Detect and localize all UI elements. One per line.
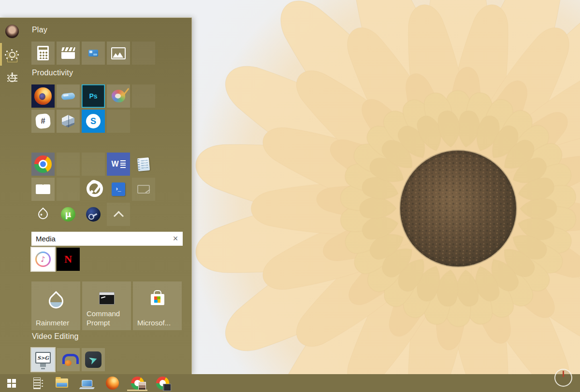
clock-widget[interactable]	[554, 369, 572, 387]
photoshop-icon	[89, 92, 97, 100]
rainmeter-tile[interactable]: Rainmeter	[31, 281, 80, 330]
command-prompt-tile[interactable]: Command Prompt	[82, 281, 131, 330]
steam-icon	[86, 207, 101, 222]
utorrent-icon	[61, 207, 75, 222]
chrome-media-button[interactable]	[151, 374, 174, 392]
mail-tile[interactable]	[31, 178, 55, 201]
capsule-icon	[61, 92, 75, 100]
collapse-tile	[107, 203, 130, 226]
powershell-tile[interactable]	[107, 178, 130, 201]
microsoft-store-tile[interactable]: Microsof...	[133, 281, 182, 330]
user-account-button[interactable]	[0, 21, 24, 42]
rainmeter-label: Rainmeter	[36, 319, 78, 327]
firefox-tile[interactable]	[31, 84, 55, 108]
clear-rename-button[interactable]: ×	[168, 232, 183, 246]
word-tile[interactable]	[107, 153, 130, 176]
chromefilm-icon	[156, 377, 169, 390]
bluecard-icon	[88, 50, 98, 56]
skype-tile[interactable]	[82, 110, 105, 133]
empty-slot-tile	[132, 84, 155, 108]
paint3d-icon	[112, 90, 125, 102]
start-menu: Play Productivity × RainmeterCommand Pro…	[0, 17, 192, 374]
photos-icon	[111, 47, 126, 59]
computer-button[interactable]	[75, 374, 99, 392]
group-productivity-grid	[31, 84, 155, 133]
folder-icon	[56, 378, 68, 388]
gear-icon	[9, 52, 15, 58]
group-rename-field: ×	[31, 232, 183, 246]
power-icon	[8, 74, 16, 82]
paint-3d-tile[interactable]	[107, 84, 130, 108]
clapper-icon	[61, 47, 75, 59]
unlock-app-tile[interactable]	[82, 178, 105, 201]
group-untitled-grid	[31, 153, 155, 226]
filmora-tile[interactable]	[82, 348, 105, 371]
video-tool-button[interactable]	[25, 374, 48, 392]
netflix-tile[interactable]	[57, 248, 80, 271]
chrome-profile-button[interactable]	[126, 374, 149, 392]
group-video-editing-grid	[31, 348, 155, 371]
empty-slot-tile	[132, 42, 155, 65]
pwsh-icon	[112, 182, 125, 196]
photos-tile[interactable]	[107, 42, 130, 65]
rainmeter-small-tile[interactable]	[31, 203, 55, 226]
power-button[interactable]	[0, 68, 24, 89]
group-header-play: Play	[32, 26, 47, 34]
file-explorer-button[interactable]	[50, 374, 73, 392]
ffx-icon	[106, 377, 119, 390]
openlock-icon	[87, 182, 100, 197]
empty-slot-tile	[82, 153, 105, 176]
avatar-icon	[5, 25, 19, 38]
calculator-icon	[37, 46, 49, 60]
steam-tile[interactable]	[82, 203, 105, 226]
group-media-grid	[31, 248, 155, 271]
photoshop-tile[interactable]	[82, 84, 105, 108]
drop-icon	[36, 208, 50, 221]
group-header-productivity: Productivity	[32, 69, 73, 77]
command-prompt-label: Command Prompt	[87, 309, 129, 327]
screentogif-tile[interactable]	[31, 348, 55, 371]
notepad-icon	[137, 157, 150, 171]
vbox-icon	[62, 115, 74, 127]
microsoft-store-label: Microsof...	[137, 319, 180, 327]
filmstrip-icon	[33, 378, 41, 389]
hash-icon	[35, 113, 51, 129]
group-rename-input[interactable]	[31, 235, 168, 243]
chrome-icon	[34, 155, 52, 173]
photo-card-app-tile[interactable]	[82, 42, 105, 65]
virtualbox-tile[interactable]	[57, 110, 80, 133]
netflix-icon	[64, 253, 72, 266]
start-menu-tiles-area: Play Productivity × RainmeterCommand Pro…	[31, 18, 186, 374]
group-header-video-editing: Video Editing	[32, 332, 79, 341]
empty-slot-tile	[57, 153, 80, 176]
utorrent-tile[interactable]	[57, 203, 80, 226]
filmora-icon	[85, 351, 102, 368]
faded-icon	[137, 185, 150, 194]
audio-player-tile[interactable]	[57, 348, 80, 371]
laptop-icon	[82, 380, 92, 387]
store-icon	[151, 294, 164, 305]
movies-tv-tile[interactable]	[57, 42, 80, 65]
group-play-grid	[31, 42, 155, 65]
skype-icon	[86, 114, 101, 128]
settings-button[interactable]	[0, 44, 24, 65]
winlogo-icon	[7, 379, 11, 383]
notepad-tile[interactable]	[132, 153, 155, 176]
mail-icon	[36, 184, 50, 194]
cmd-icon	[99, 292, 115, 305]
start-button[interactable]	[0, 374, 23, 392]
hp-icon	[61, 354, 75, 366]
word-icon	[111, 160, 125, 168]
itunes-icon	[35, 252, 51, 267]
chrome-tile[interactable]	[31, 153, 55, 176]
pill-app-tile[interactable]	[57, 84, 80, 108]
taskbar	[0, 374, 580, 392]
chevron-icon	[113, 211, 123, 221]
faded-editor-tile	[132, 178, 155, 201]
itunes-tile[interactable]	[31, 248, 55, 271]
group-labeled-grid: RainmeterCommand PromptMicrosof...	[31, 281, 182, 330]
firefox-button[interactable]	[101, 374, 124, 392]
calculator-tile[interactable]	[31, 42, 55, 65]
sticker-app-tile[interactable]	[31, 110, 55, 133]
start-menu-rail	[0, 18, 24, 374]
